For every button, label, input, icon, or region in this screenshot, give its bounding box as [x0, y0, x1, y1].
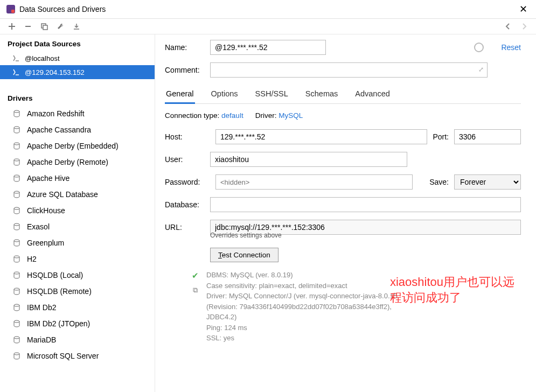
driver-item[interactable]: Apache Derby (Remote) — [0, 154, 155, 170]
result-driver: Driver: MySQL Connector/J (ver. mysql-co… — [206, 291, 400, 323]
driver-label: Exasol — [27, 222, 50, 231]
driver-label: Apache Derby (Remote) — [27, 158, 108, 166]
driver-item[interactable]: ClickHouse — [0, 202, 155, 219]
datasource-item[interactable]: @129.204.153.152 — [0, 65, 155, 79]
copy-result-icon[interactable]: ⧉ — [193, 286, 198, 295]
svg-point-7 — [14, 191, 19, 193]
driver-label: Driver: — [255, 111, 277, 120]
svg-point-5 — [14, 159, 19, 161]
reset-link[interactable]: Reset — [501, 43, 521, 52]
driver-item[interactable]: H2 — [0, 251, 155, 267]
driver-icon — [12, 254, 22, 264]
driver-icon — [12, 270, 22, 280]
svg-point-2 — [14, 110, 19, 113]
copy-icon[interactable] — [40, 22, 48, 31]
svg-point-16 — [14, 337, 19, 339]
driver-item[interactable]: Apache Hive — [0, 170, 155, 186]
comment-label: Comment: — [165, 66, 210, 74]
driver-item[interactable]: Microsoft SQL Server — [0, 348, 155, 364]
svg-point-17 — [14, 353, 19, 355]
driver-icon — [12, 190, 22, 199]
svg-rect-1 — [43, 25, 47, 30]
database-input[interactable] — [210, 197, 521, 212]
svg-point-13 — [14, 288, 19, 290]
add-icon[interactable] — [8, 22, 16, 31]
result-ssl: SSL: yes — [206, 333, 400, 344]
driver-label: Amazon Redshift — [27, 109, 85, 118]
driver-icon — [12, 109, 22, 118]
check-icon: ✔ — [192, 271, 199, 281]
datasource-label: @localhost — [25, 54, 60, 62]
driver-item[interactable]: Exasol — [0, 219, 155, 235]
driver-item[interactable]: Azure SQL Database — [0, 186, 155, 202]
driver-label: HSQLDB (Local) — [27, 271, 83, 279]
port-input[interactable] — [454, 129, 521, 144]
svg-point-9 — [14, 223, 19, 226]
tab-general[interactable]: General — [165, 85, 195, 104]
back-icon[interactable] — [504, 22, 512, 31]
driver-icon — [12, 319, 22, 328]
driver-item[interactable]: HSQLDB (Local) — [0, 267, 155, 283]
driver-label: H2 — [27, 255, 37, 263]
driver-item[interactable]: Apache Cassandra — [0, 122, 155, 138]
driver-label: IBM Db2 (JTOpen) — [27, 319, 90, 328]
driver-item[interactable]: MariaDB — [0, 332, 155, 348]
forward-icon[interactable] — [520, 22, 528, 31]
content-panel: Name: Reset Comment: ⤢ GeneralOptionsSSH… — [155, 34, 536, 392]
tab-options[interactable]: Options — [210, 85, 239, 103]
drivers-header: Drivers — [0, 89, 155, 106]
driver-label: Azure SQL Database — [27, 190, 98, 199]
close-button[interactable]: ✕ — [517, 3, 530, 15]
expand-icon[interactable]: ⤢ — [478, 66, 484, 73]
password-label: Password: — [165, 178, 210, 186]
toolbar — [0, 19, 536, 34]
driver-label: IBM Db2 — [27, 303, 56, 312]
user-label: User: — [165, 155, 210, 164]
driver-item[interactable]: Amazon Redshift — [0, 106, 155, 122]
remove-icon[interactable] — [24, 22, 32, 31]
user-input[interactable] — [210, 152, 407, 167]
driver-link[interactable]: MySQL — [279, 111, 303, 120]
driver-item[interactable]: Greenplum — [0, 235, 155, 251]
datasource-label: @129.204.153.152 — [25, 68, 85, 76]
tab-schemas[interactable]: Schemas — [304, 85, 339, 103]
host-label: Host: — [165, 132, 210, 141]
driver-label: HSQLDB (Remote) — [27, 287, 92, 296]
driver-icon — [12, 206, 22, 215]
save-label: Save: — [429, 178, 449, 186]
conn-type-link[interactable]: default — [221, 111, 243, 120]
driver-icon — [12, 141, 22, 151]
app-icon — [6, 5, 15, 13]
driver-item[interactable]: Apache Derby (Embedded) — [0, 138, 155, 154]
name-input[interactable] — [210, 40, 326, 55]
save-select[interactable]: Forever — [454, 174, 521, 190]
host-input[interactable] — [215, 129, 427, 144]
import-icon[interactable] — [72, 22, 81, 31]
tab-sshssl[interactable]: SSH/SSL — [254, 85, 289, 103]
svg-point-8 — [14, 207, 19, 209]
datasource-item[interactable]: @localhost — [0, 51, 155, 65]
svg-point-11 — [14, 256, 19, 258]
svg-point-3 — [14, 127, 19, 129]
comment-input[interactable]: ⤢ — [210, 62, 488, 78]
name-label: Name: — [165, 43, 210, 52]
driver-item[interactable]: IBM Db2 (JTOpen) — [0, 316, 155, 332]
project-sources-header: Project Data Sources — [0, 34, 155, 51]
svg-point-12 — [14, 272, 19, 274]
database-label: Database: — [165, 200, 210, 209]
tab-advanced[interactable]: Advanced — [354, 85, 391, 103]
driver-item[interactable]: HSQLDB (Remote) — [0, 283, 155, 299]
driver-label: Apache Hive — [27, 174, 69, 183]
driver-item[interactable]: IBM Db2 — [0, 299, 155, 316]
sidebar: Project Data Sources @localhost@129.204.… — [0, 34, 155, 392]
result-dbms: DBMS: MySQL (ver. 8.0.19) — [206, 270, 400, 281]
driver-icon — [12, 351, 22, 361]
titlebar: Data Sources and Drivers ✕ — [0, 0, 536, 19]
password-input[interactable] — [215, 174, 413, 190]
driver-icon — [12, 286, 22, 296]
driver-icon — [12, 157, 22, 167]
port-label: Port: — [433, 132, 449, 141]
svg-point-15 — [14, 320, 19, 323]
test-connection-button[interactable]: Test Connection — [210, 248, 279, 262]
wrench-icon[interactable] — [56, 22, 65, 31]
